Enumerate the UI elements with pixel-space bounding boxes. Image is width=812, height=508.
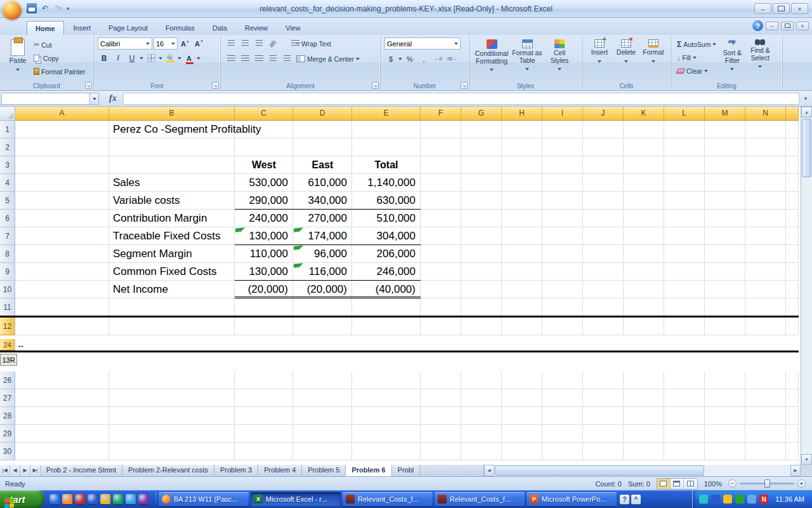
- horizontal-scroll-thumb[interactable]: [495, 465, 704, 476]
- cell[interactable]: [421, 389, 461, 407]
- cell[interactable]: [624, 174, 664, 192]
- cell[interactable]: [583, 425, 624, 443]
- cell[interactable]: [664, 281, 705, 298]
- undo-icon[interactable]: ↶: [40, 3, 50, 13]
- workbook-restore-button[interactable]: [781, 22, 794, 30]
- cell[interactable]: [352, 425, 421, 443]
- taskbar-button-relevant-costs-f[interactable]: Relevant_Costs_f...: [343, 492, 433, 506]
- cell[interactable]: [745, 174, 786, 192]
- cell[interactable]: [293, 318, 352, 335]
- cell[interactable]: [624, 138, 664, 156]
- cell[interactable]: [502, 210, 542, 227]
- quick-launch-icon-8[interactable]: [138, 494, 148, 504]
- cell[interactable]: [705, 156, 745, 174]
- row-header-26[interactable]: 26: [0, 371, 15, 389]
- cell[interactable]: [624, 245, 664, 263]
- quick-launch-icon-2[interactable]: [62, 494, 72, 504]
- cell[interactable]: [583, 263, 624, 281]
- cell[interactable]: [542, 281, 583, 298]
- align-left-button[interactable]: [225, 53, 237, 65]
- scroll-right-icon[interactable]: ▶: [790, 465, 801, 476]
- accounting-format-button[interactable]: $: [384, 53, 397, 65]
- cell[interactable]: [705, 425, 745, 443]
- cell[interactable]: [235, 389, 293, 407]
- cell[interactable]: [502, 425, 542, 443]
- cell[interactable]: [624, 156, 664, 174]
- sheet-nav-icon-1[interactable]: ◀: [10, 465, 20, 476]
- taskbar-button-microsoft-powerpo[interactable]: Microsoft PowerPo...: [527, 492, 617, 506]
- name-box-dropdown[interactable]: [90, 93, 99, 105]
- cell[interactable]: [15, 298, 109, 316]
- row-header-12[interactable]: 12: [0, 318, 15, 335]
- cell[interactable]: [786, 192, 799, 210]
- cell[interactable]: [583, 389, 624, 407]
- cell[interactable]: [542, 210, 583, 227]
- cell[interactable]: [542, 443, 583, 460]
- cell[interactable]: [461, 371, 502, 389]
- sheet-tab-problem-2-relevant-costs[interactable]: Problem 2-Relevant costs: [122, 465, 214, 476]
- cell[interactable]: [705, 174, 745, 192]
- cell[interactable]: [745, 227, 786, 245]
- cell[interactable]: [421, 371, 461, 389]
- cell[interactable]: [461, 298, 502, 316]
- cell[interactable]: [745, 425, 786, 443]
- tab-insert[interactable]: Insert: [65, 21, 100, 35]
- row-header-1[interactable]: 1: [0, 121, 15, 138]
- align-bottom-button[interactable]: [252, 37, 265, 50]
- chevron-down-icon[interactable]: [178, 57, 181, 62]
- cell[interactable]: [745, 281, 786, 298]
- cell[interactable]: [664, 192, 705, 210]
- cell[interactable]: [352, 121, 421, 138]
- quick-launch-icon-7[interactable]: [126, 494, 136, 504]
- dialog-launcher-icon[interactable]: ↘: [461, 82, 468, 89]
- cell[interactable]: [461, 210, 502, 227]
- cell[interactable]: [624, 121, 664, 138]
- cell[interactable]: [293, 298, 352, 316]
- cell[interactable]: [786, 298, 799, 316]
- comma-style-button[interactable]: ,: [417, 53, 430, 65]
- cell[interactable]: [502, 138, 542, 156]
- cell[interactable]: [502, 263, 542, 281]
- copy-button[interactable]: Copy: [32, 52, 87, 64]
- column-header-H[interactable]: H: [502, 107, 542, 121]
- cell[interactable]: [624, 443, 664, 460]
- workbook-minimize-button[interactable]: –: [766, 22, 778, 30]
- cell[interactable]: [624, 318, 664, 335]
- tray-icon-2[interactable]: [711, 495, 720, 504]
- cell[interactable]: [624, 192, 664, 210]
- cell[interactable]: [745, 443, 786, 460]
- cell[interactable]: [583, 121, 624, 138]
- cell[interactable]: [502, 192, 542, 210]
- sheet-nav-icon-3[interactable]: ▶|: [30, 465, 41, 476]
- maximize-button[interactable]: [773, 3, 790, 14]
- cell[interactable]: [705, 138, 745, 156]
- cell[interactable]: [421, 298, 461, 316]
- scroll-down-icon[interactable]: ▼: [801, 454, 812, 465]
- cell[interactable]: [745, 210, 786, 227]
- cell[interactable]: [745, 407, 786, 425]
- cell[interactable]: [786, 174, 799, 192]
- cell[interactable]: [786, 138, 799, 156]
- save-icon[interactable]: [27, 3, 37, 13]
- cell[interactable]: [786, 389, 799, 407]
- row-header-28[interactable]: 28: [0, 407, 15, 425]
- tray-icon-5[interactable]: [747, 495, 756, 504]
- dialog-launcher-icon[interactable]: ↘: [212, 82, 219, 89]
- column-header-L[interactable]: L: [664, 107, 705, 121]
- cell[interactable]: [583, 227, 624, 245]
- cell[interactable]: [542, 371, 583, 389]
- cell[interactable]: [583, 210, 624, 227]
- paste-button[interactable]: Paste: [4, 37, 32, 80]
- cell[interactable]: [745, 371, 786, 389]
- align-top-button[interactable]: [225, 37, 237, 50]
- taskbar-button-ba-213-w11-pasc[interactable]: BA 213 W11 (Pasc...: [159, 492, 249, 506]
- row-header-7[interactable]: 7: [0, 227, 15, 245]
- orientation-button[interactable]: ab: [266, 37, 279, 50]
- percent-style-button[interactable]: %: [403, 53, 416, 65]
- cell[interactable]: [624, 425, 664, 443]
- wrap-text-button[interactable]: Wrap Text: [289, 37, 333, 50]
- cell[interactable]: [293, 407, 352, 425]
- row-header-6[interactable]: 6: [0, 210, 15, 227]
- cell[interactable]: [502, 281, 542, 298]
- cell[interactable]: [15, 192, 109, 210]
